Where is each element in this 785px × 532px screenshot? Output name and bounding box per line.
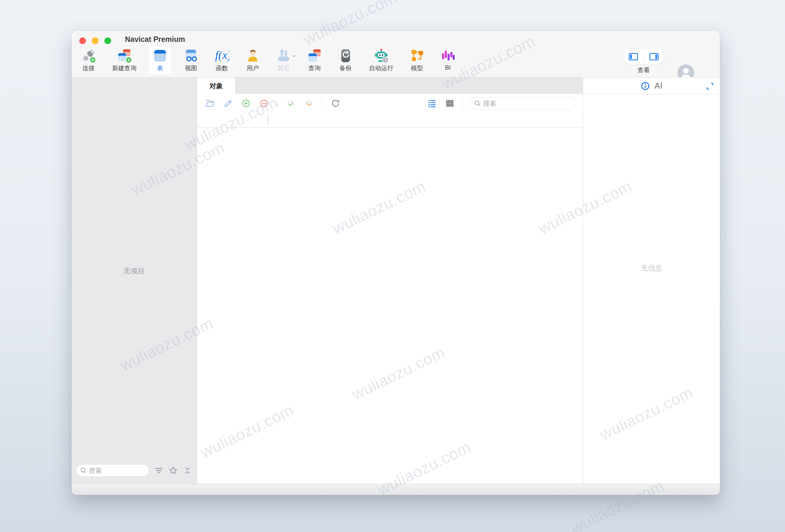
search-icon <box>474 100 481 107</box>
object-toolbar-right <box>427 97 576 109</box>
connection-sidebar: 无项目 <box>72 78 197 484</box>
backup-icon <box>338 48 353 63</box>
main-area: 无项目 <box>72 77 720 484</box>
toolbar-label: 备份 <box>339 64 352 73</box>
toolbar-label: BI <box>445 64 451 71</box>
sidebar-bottom-bar <box>72 460 197 480</box>
toolbar-label: 视图 <box>185 64 197 73</box>
object-search-box <box>470 97 576 109</box>
filter-button[interactable] <box>154 466 164 475</box>
divider <box>277 99 278 108</box>
delete-table-button[interactable] <box>259 99 269 108</box>
column-divider[interactable] <box>268 115 268 125</box>
favorites-star-button[interactable] <box>169 466 178 475</box>
model-diagram-icon <box>410 48 424 63</box>
tab-objects[interactable]: 对象 <box>197 78 236 94</box>
right-panel-icon <box>649 52 659 61</box>
new-table-button[interactable] <box>241 99 251 108</box>
main-toolbar: 连接 新建查询 表 <box>72 47 720 77</box>
object-list-header <box>197 113 583 128</box>
edit-table-button[interactable] <box>223 99 233 108</box>
divider <box>322 99 322 108</box>
toolbar-button-backup[interactable]: 备份 <box>334 47 357 75</box>
query-icon <box>307 48 322 63</box>
toolbar-label: 连接 <box>82 64 95 73</box>
info-panel-body: 无信息 <box>583 94 720 484</box>
toolbar-label: 用户 <box>247 64 259 73</box>
toggle-right-panel-button[interactable] <box>644 49 664 65</box>
title-bar: Navicat Premium <box>72 31 720 47</box>
import-wizard-button[interactable] <box>286 99 296 108</box>
info-icon[interactable] <box>640 81 650 91</box>
fx-glyph: f(x) <box>215 49 229 61</box>
sidebar-search-input[interactable] <box>89 467 145 474</box>
new-query-icon <box>117 48 132 63</box>
toolbar-button-model[interactable]: 模型 <box>406 47 428 75</box>
toolbar-button-table[interactable]: 表 <box>149 47 171 75</box>
robot-automation-icon <box>374 48 389 63</box>
object-pane: 对象 <box>197 78 583 484</box>
view-toggle-group <box>623 49 664 65</box>
tab-bar: 对象 <box>197 78 583 94</box>
zoom-window-button[interactable] <box>104 37 111 44</box>
table-icon <box>153 48 168 63</box>
status-bar <box>72 484 720 495</box>
connection-plug-icon <box>81 48 96 63</box>
export-wizard-button[interactable] <box>304 99 313 108</box>
view-icon <box>183 48 198 63</box>
toolbar-button-query[interactable]: 查询 <box>303 47 326 75</box>
toolbar-button-view[interactable]: 视图 <box>180 47 202 75</box>
toolbar-button-automation[interactable]: 自动运行 <box>365 47 397 75</box>
info-panel-empty-text: 无信息 <box>641 263 662 273</box>
refresh-button[interactable] <box>331 99 340 108</box>
toolbar-button-function[interactable]: f(x) 函数 <box>210 47 233 75</box>
navicat-window: Navicat Premium 连接 <box>72 31 720 495</box>
left-panel-icon <box>628 52 638 61</box>
toggle-left-panel-button[interactable] <box>623 49 644 65</box>
search-icon <box>80 467 86 474</box>
toolbar-label: 表 <box>157 64 163 73</box>
minimize-window-button[interactable] <box>92 37 99 44</box>
function-icon: f(x) <box>214 48 229 63</box>
list-view-button[interactable] <box>427 99 437 108</box>
toolbar-button-bi[interactable]: BI <box>437 47 459 73</box>
open-table-button[interactable] <box>205 99 215 108</box>
toolbar-label: 函数 <box>216 64 228 73</box>
detail-view-button[interactable] <box>445 99 454 108</box>
toolbar-button-others[interactable]: 其它 <box>272 47 295 75</box>
info-panel-header: AI <box>583 78 720 94</box>
ai-label[interactable]: AI <box>655 81 663 91</box>
toolbar-right-cluster: 查看 <box>623 47 720 77</box>
toolbar-button-new-query[interactable]: 新建查询 <box>108 47 141 75</box>
toolbar-label: 其它 <box>278 64 290 73</box>
view-group-label: 查看 <box>623 66 664 74</box>
toolbar-label: 新建查询 <box>112 64 136 73</box>
chevron-down-icon <box>292 54 296 58</box>
expand-panel-icon[interactable] <box>706 82 714 91</box>
object-list-area[interactable] <box>197 128 583 484</box>
sidebar-empty-text: 无项目 <box>124 266 145 276</box>
object-search-input[interactable] <box>483 100 572 107</box>
collapse-all-button[interactable] <box>182 466 192 475</box>
user-icon <box>245 48 260 63</box>
toolbar-label: 查询 <box>308 64 321 73</box>
toolbar-button-user[interactable]: 用户 <box>242 47 264 75</box>
toolbar-button-connection[interactable]: 连接 <box>77 47 100 75</box>
toolbar-label: 自动运行 <box>369 64 394 73</box>
object-toolbar <box>197 94 583 113</box>
info-panel: AI 无信息 <box>583 78 720 484</box>
bi-chart-icon <box>440 48 455 63</box>
tools-icon <box>276 48 291 63</box>
sidebar-search-box <box>76 464 149 477</box>
divider <box>462 99 462 108</box>
close-window-button[interactable] <box>79 37 86 44</box>
toolbar-label: 模型 <box>411 64 423 73</box>
window-title: Navicat Premium <box>125 35 185 44</box>
